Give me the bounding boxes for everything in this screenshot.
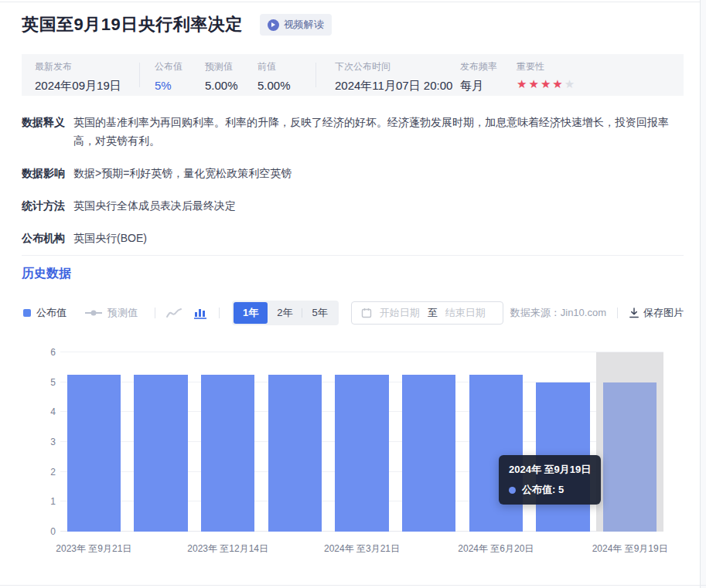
star-icon: ★: [517, 77, 528, 90]
tooltip-value: 公布值: 5: [522, 483, 564, 497]
start-date-input[interactable]: 开始日期: [380, 306, 420, 320]
detail-text: 数据>预期=利好英镑，量化宽松政策利空英镑: [73, 164, 292, 182]
y-axis-tick-label: 1: [50, 496, 56, 507]
legend-forecast[interactable]: 预测值: [85, 306, 138, 320]
bar-slot: [60, 352, 128, 532]
previous-label: 前值: [258, 60, 291, 73]
y-axis-tick-label: 0: [50, 526, 56, 537]
tab-5year[interactable]: 5年: [302, 302, 336, 324]
plot-area: 2024年 至9月19日 公布值: 5: [60, 352, 663, 532]
summary-divider: [139, 63, 140, 87]
chart-toolbar: 公布值 预测值 1年 2年 5年 开始日期 至 结束日期 数据来源：Jin10.…: [22, 301, 684, 325]
chart-bar[interactable]: [469, 375, 523, 532]
importance-stars: ★★★★★: [517, 78, 576, 90]
frequency-value: 每月: [460, 79, 497, 93]
x-axis-tick-label: 2024年 至9月19日: [592, 542, 668, 556]
latest-release-block: 最新发布 2024年09月19日: [35, 60, 121, 93]
chart-bar[interactable]: [402, 375, 455, 532]
importance-label: 重要性: [517, 60, 576, 73]
bar-slot: [329, 352, 396, 532]
page-title: 英国至9月19日央行利率决定: [22, 13, 243, 36]
next-release-label: 下次公布时间: [335, 60, 452, 73]
published-value: 5%: [155, 79, 182, 92]
tooltip-series-dot: [509, 487, 516, 494]
video-explain-label: 视频解读: [284, 18, 324, 32]
frequency-label: 发布频率: [460, 60, 497, 73]
legend-published[interactable]: 公布值: [23, 306, 67, 320]
bar-slot: [462, 352, 530, 532]
toolbar-divider: [219, 308, 220, 318]
page-bottom-border: [0, 585, 706, 586]
end-date-input[interactable]: 结束日期: [445, 306, 486, 320]
chart-bar[interactable]: [67, 375, 121, 532]
star-icon: ★: [528, 77, 540, 90]
detail-text: 英国的基准利率为再回购利率。利率的升降，反映了经济的好坏。经济蓬勃发展时期，加息…: [73, 113, 684, 150]
tab-1year[interactable]: 1年: [234, 302, 268, 324]
tooltip-title: 2024年 至9月19日: [509, 463, 591, 477]
detail-row-agency: 公布机构 英国央行(BOE): [22, 229, 684, 247]
legend-label: 公布值: [36, 306, 67, 320]
legend-swatch-square: [23, 309, 31, 317]
chart-bar[interactable]: [335, 375, 388, 532]
line-chart-icon[interactable]: [166, 308, 182, 319]
bar-slot: [261, 352, 329, 532]
section-divider: [22, 255, 684, 256]
detail-label: 数据释义: [22, 113, 67, 150]
forecast-block: 预测值 5.00%: [205, 60, 238, 92]
next-release-value: 2024年11月07日 20:00: [335, 79, 452, 93]
x-axis-tick-label: 2024年 至6月20日: [458, 542, 534, 556]
bar-chart-icon[interactable]: [194, 308, 206, 319]
x-axis-tick-label: 2023年 至12月14日: [187, 542, 268, 556]
calendar-icon: [361, 308, 372, 318]
y-axis-tick-label: 3: [50, 437, 56, 447]
chart-tooltip: 2024年 至9月19日 公布值: 5: [499, 455, 601, 505]
date-range-picker[interactable]: 开始日期 至 结束日期: [351, 301, 503, 325]
page-right-border: [700, 0, 701, 588]
chart-bar[interactable]: [603, 382, 657, 532]
tooltip-row: 公布值: 5: [509, 483, 591, 497]
detail-row-impact: 数据影响 数据>预期=利好英镑，量化宽松政策利空英镑: [22, 164, 684, 182]
history-bar-chart: 0123456 2024年 至9月19日 公布值: 5 2023年 至9月21日…: [22, 340, 684, 572]
detail-row-definition: 数据释义 英国的基准利率为再回购利率。利率的升降，反映了经济的好坏。经济蓬勃发展…: [22, 113, 684, 150]
x-axis-tick-label: 2024年 至3月21日: [324, 542, 400, 556]
star-icon: ★: [541, 77, 552, 90]
previous-block: 前值 5.00%: [258, 60, 291, 92]
bar-slot: [530, 352, 597, 532]
detail-label: 公布机构: [22, 229, 67, 247]
detail-label: 数据影响: [22, 164, 67, 182]
data-source-label: 数据来源：Jin10.com: [510, 306, 606, 320]
save-image-label: 保存图片: [643, 306, 684, 320]
details-section: 数据释义 英国的基准利率为再回购利率。利率的升降，反映了经济的好坏。经济蓬勃发展…: [22, 113, 684, 261]
latest-release-label: 最新发布: [35, 60, 121, 73]
bar-slot: [128, 352, 195, 532]
chart-bar[interactable]: [268, 375, 322, 532]
toolbar-divider: [155, 308, 155, 318]
y-axis-tick-label: 5: [50, 377, 56, 388]
star-icon: ★: [552, 77, 564, 90]
y-axis: 0123456: [28, 352, 56, 532]
page-right-gutter: [701, 0, 706, 588]
y-axis-tick-label: 2: [50, 467, 56, 478]
toolbar-divider: [617, 308, 618, 318]
date-separator: 至: [428, 306, 438, 320]
published-label: 公布值: [155, 60, 182, 73]
detail-row-method: 统计方法 英国央行全体成员表决后最终决定: [22, 196, 684, 215]
play-icon: [268, 19, 279, 31]
page-top-border: [0, 2, 700, 2]
bar-slot: [596, 352, 663, 532]
header: 英国至9月19日央行利率决定 视频解读: [22, 13, 332, 36]
forecast-value: 5.00%: [205, 79, 238, 92]
chart-bar[interactable]: [201, 375, 254, 532]
save-image-button[interactable]: 保存图片: [629, 306, 684, 320]
importance-block: 重要性 ★★★★★: [517, 60, 576, 90]
chart-bar[interactable]: [134, 375, 187, 532]
x-axis: 2023年 至9月21日2023年 至12月14日2024年 至3月21日202…: [60, 542, 663, 556]
latest-release-value: 2024年09月19日: [35, 79, 121, 93]
summary-bar: 最新发布 2024年09月19日 公布值 5% 预测值 5.00% 前值 5.0…: [22, 54, 684, 96]
detail-label: 统计方法: [22, 196, 67, 215]
star-icon: ★: [564, 77, 576, 90]
tab-2year[interactable]: 2年: [268, 302, 302, 324]
x-axis-tick-label: 2023年 至9月21日: [56, 542, 131, 556]
download-icon: [629, 308, 639, 318]
video-explain-button[interactable]: 视频解读: [260, 14, 332, 36]
